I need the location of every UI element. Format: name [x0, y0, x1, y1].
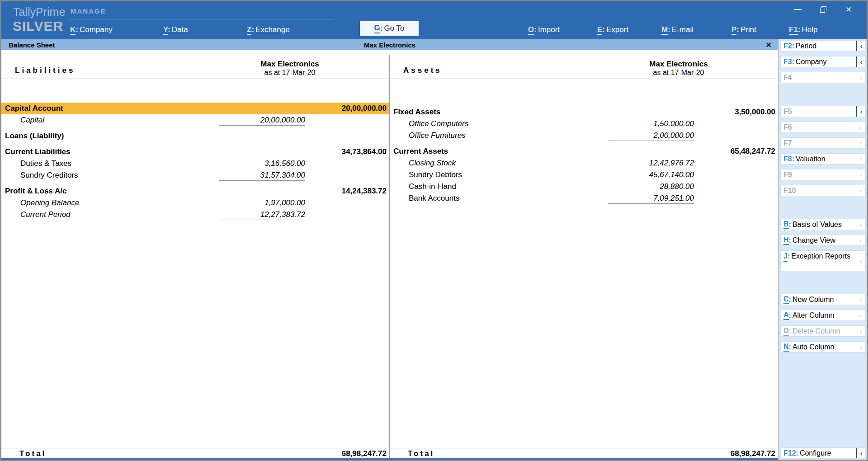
balance-row-office-furnitures[interactable]: Office Furnitures2,00,000.00: [390, 130, 778, 141]
report-status-bar: Balance Sheet Max Electronics ✕: [1, 39, 778, 50]
button-label: Alter Column: [793, 311, 834, 320]
balance-row-sundry-debtors[interactable]: Sundry Debtors45,67,140.00: [390, 169, 778, 181]
row-sub-amount: 45,67,140.00: [608, 169, 694, 180]
company-label: Max Electronics: [615, 60, 742, 69]
minimize-button[interactable]: [785, 3, 811, 16]
hotkey: F7: [783, 139, 792, 147]
colon: :: [789, 327, 791, 335]
menu-e-mail[interactable]: M:E-mail: [661, 24, 693, 36]
menu-exchange[interactable]: Z:Exchange: [247, 24, 290, 36]
menu-label: Company: [80, 25, 113, 34]
sidebar-button-c-new-column[interactable]: C:New Column‹: [780, 294, 866, 305]
colon: :: [251, 25, 254, 34]
colon: :: [792, 155, 794, 163]
chevron-left-icon: ‹: [856, 310, 865, 320]
colon: :: [534, 25, 537, 34]
row-name: Loans (Liability): [5, 130, 64, 142]
chevron-left-icon: ‹: [856, 294, 865, 305]
balance-row-current-assets[interactable]: Current Assets65,48,247.72: [390, 146, 778, 157]
balance-row-duties-taxes[interactable]: Duties & Taxes3,16,560.00: [1, 158, 389, 169]
hotkey: F6: [783, 123, 792, 132]
company-name: Max Electronics: [364, 41, 415, 49]
hotkey: J: [783, 251, 788, 262]
row-sub-amount: 28,880.00: [608, 181, 694, 192]
liabilities-total-value: 68,98,247.72: [287, 448, 387, 459]
close-report-icon[interactable]: ✕: [766, 41, 772, 49]
row-name: Office Computers: [409, 118, 468, 130]
chevron-left-icon: ‹: [856, 448, 865, 458]
colon: :: [796, 449, 798, 457]
sidebar-button-j-exception-reports[interactable]: J:Exception Reports‹: [780, 250, 866, 271]
menu-print[interactable]: P:Print: [731, 24, 756, 36]
balance-row-fixed-assets[interactable]: Fixed Assets3,50,000.00: [390, 106, 778, 118]
menu-data[interactable]: Y:Data: [163, 24, 188, 36]
row-name: Closing Stock: [409, 157, 456, 169]
button-label: Valuation: [796, 155, 826, 163]
restore-button[interactable]: [811, 3, 836, 16]
row-main-amount: 3,50,000.00: [676, 106, 775, 118]
sidebar-button-f12-configure[interactable]: F12:Configure‹: [780, 447, 866, 459]
balance-row-cash-in-hand[interactable]: Cash-in-Hand28,880.00: [390, 181, 778, 193]
menu-label: Export: [606, 25, 628, 34]
row-name: Sundry Debtors: [409, 169, 462, 181]
goto-button[interactable]: G:Go To: [360, 21, 419, 36]
balance-row-bank-accounts[interactable]: Bank Accounts7,09,251.00: [390, 193, 778, 204]
menu-company[interactable]: K:Company: [70, 24, 113, 36]
hotkey: K: [70, 25, 75, 35]
balance-row-office-computers[interactable]: Office Computers1,50,000.00: [390, 118, 778, 130]
balance-row-sundry-creditors[interactable]: Sundry Creditors31,57,304.00: [1, 169, 389, 181]
balance-row-capital-account[interactable]: Capital Account20,00,000.00: [1, 103, 389, 114]
hotkey: C: [783, 295, 789, 304]
button-label: New Column: [793, 296, 834, 304]
hotkey: F12: [783, 449, 796, 457]
row-name: Capital Account: [5, 103, 63, 114]
balance-row-opening-balance[interactable]: Opening Balance1,97,000.00: [1, 197, 389, 209]
assets-total-row: Total 68,98,247.72: [390, 448, 778, 458]
row-sub-amount: 12,27,383.72: [219, 209, 305, 220]
period-label: as at 17-Mar-20: [226, 69, 353, 77]
balance-row-current-liabilities[interactable]: Current Liabilities34,73,864.00: [1, 146, 389, 158]
sidebar-button-f8-valuation[interactable]: F8:Valuation‹: [780, 153, 866, 165]
row-sub-amount: 3,16,560.00: [219, 158, 305, 169]
app-brand: TallyPrime: [13, 5, 65, 19]
button-label: Delete Column: [793, 327, 840, 335]
sidebar-button-d-delete-column: D:Delete Column‹: [780, 325, 866, 337]
hotkey: D: [783, 327, 789, 336]
sidebar-button-f2-period[interactable]: F2:Period‹: [780, 40, 866, 52]
app-edition: SILVER: [13, 19, 63, 34]
menu-help[interactable]: F1:Help: [789, 24, 817, 36]
button-label: Configure: [800, 449, 831, 457]
balance-row-profit-loss-a-c[interactable]: Profit & Loss A/c14,24,383.72: [1, 185, 389, 197]
button-label: Exception Reports: [791, 251, 850, 261]
sidebar-button-a-alter-column[interactable]: A:Alter Column‹: [780, 310, 866, 321]
sidebar-button-h-change-view[interactable]: H:Change View‹: [780, 235, 866, 246]
assets-heading: Assets: [403, 66, 442, 75]
chevron-left-icon: ‹: [856, 185, 865, 196]
menu-section-divider: [69, 19, 334, 19]
balance-row-current-period[interactable]: Current Period12,27,383.72: [1, 209, 389, 221]
hotkey: F8: [783, 155, 792, 163]
balance-row-closing-stock[interactable]: Closing Stock12,42,976.72: [390, 157, 778, 169]
period-label: as at 17-Mar-20: [615, 69, 742, 77]
sidebar-button-f10: F10‹: [780, 185, 866, 196]
row-name: Bank Accounts: [409, 193, 459, 204]
colon: :: [798, 25, 801, 34]
close-button[interactable]: ✕: [836, 3, 861, 16]
row-name: Sundry Creditors: [20, 169, 78, 181]
balance-row-loans-liability-[interactable]: Loans (Liability): [1, 130, 389, 142]
balance-row-capital[interactable]: Capital20,00,000.00: [1, 114, 389, 126]
row-sub-amount: 1,50,000.00: [608, 118, 694, 129]
colon: :: [792, 58, 794, 66]
sidebar-button-n-auto-column[interactable]: N:Auto Column‹: [780, 341, 866, 353]
row-name: Current Assets: [393, 146, 448, 157]
hotkey: F4: [783, 74, 792, 82]
title-bar: TallyPrime SILVER MANAGE K:CompanyY:Data…: [1, 1, 867, 39]
hotkey: F9: [783, 171, 792, 179]
sidebar-button-f7: F7‹: [780, 137, 866, 149]
sidebar-button-b-basis-of-values[interactable]: B:Basis of Values‹: [780, 219, 866, 230]
menu-export[interactable]: E:Export: [597, 24, 628, 36]
chevron-left-icon: ‹: [856, 41, 865, 51]
sidebar-button-f3-company[interactable]: F3:Company‹: [780, 56, 866, 67]
menu-import[interactable]: O:Import: [528, 24, 560, 36]
hotkey: F5: [783, 108, 792, 116]
